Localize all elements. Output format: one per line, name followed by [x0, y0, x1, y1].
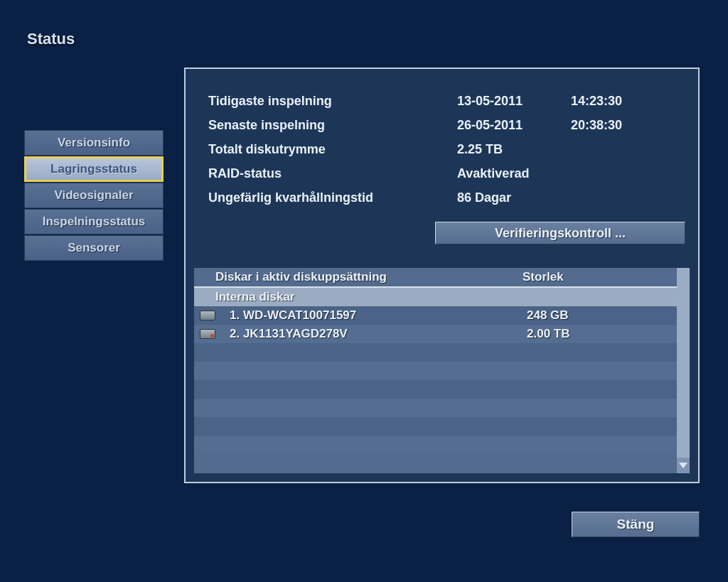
earliest-date: 13-05-2011 [457, 94, 571, 109]
verify-button[interactable]: Verifieringskontroll ... [435, 222, 685, 244]
disk-row[interactable]: 2. JK1131YAGD278V 2.00 TB [194, 325, 677, 343]
sidebar-item-videosignaler[interactable]: Videosignaler [24, 183, 164, 208]
disk-empty-row [194, 362, 677, 380]
page-title: Status [27, 30, 75, 48]
retention-label: Ungefärlig kvarhållningstid [208, 190, 457, 205]
sidebar-item-versionsinfo[interactable]: Versionsinfo [24, 130, 164, 156]
retention-value: 86 Dagar [457, 190, 571, 205]
sidebar-item-sensorer[interactable]: Sensorer [24, 235, 164, 261]
disk-empty-row [194, 436, 677, 454]
info-row-earliest: Tidigaste inspelning 13-05-2011 14:23:30 [208, 89, 675, 113]
disk-section-internal: Interna diskar [194, 288, 677, 306]
disk-empty-row [194, 380, 677, 399]
disk-empty-row [194, 343, 677, 362]
disk-scrollbar[interactable] [677, 268, 690, 473]
disk-table-header: Diskar i aktiv diskuppsättning Storlek [194, 268, 677, 288]
col-header-size: Storlek [523, 270, 677, 284]
total-value: 2.25 TB [457, 142, 571, 157]
info-row-retention: Ungefärlig kvarhållningstid 86 Dagar [208, 185, 675, 210]
disk-table-area: Diskar i aktiv diskuppsättning Storlek I… [194, 268, 690, 473]
disk-row[interactable]: 1. WD-WCAT10071597 248 GB [194, 306, 677, 325]
disk-icon [200, 311, 215, 320]
sidebar-item-lagringsstatus[interactable]: Lagringsstatus [24, 156, 164, 182]
latest-date: 26-05-2011 [457, 118, 571, 133]
info-row-total: Totalt diskutrymme 2.25 TB [208, 137, 675, 161]
info-row-latest: Senaste inspelning 26-05-2011 20:38:30 [208, 113, 675, 137]
raid-value: Avaktiverad [457, 166, 571, 181]
total-label: Totalt diskutrymme [208, 142, 457, 157]
scroll-down-icon[interactable] [677, 458, 690, 473]
latest-label: Senaste inspelning [208, 118, 457, 133]
disk-name: 2. JK1131YAGD278V [230, 327, 527, 341]
earliest-time: 14:23:30 [571, 94, 622, 109]
earliest-label: Tidigaste inspelning [208, 94, 457, 109]
info-row-raid: RAID-status Avaktiverad [208, 161, 675, 185]
sidebar-item-inspelningsstatus[interactable]: Inspelningsstatus [24, 209, 164, 235]
latest-time: 20:38:30 [571, 118, 622, 133]
disk-empty-row [194, 417, 677, 436]
main-panel: Tidigaste inspelning 13-05-2011 14:23:30… [184, 68, 700, 483]
col-header-name: Diskar i aktiv diskuppsättning [215, 270, 523, 284]
raid-label: RAID-status [208, 166, 457, 181]
disk-icon [200, 329, 215, 339]
info-section: Tidigaste inspelning 13-05-2011 14:23:30… [186, 69, 698, 215]
disk-size: 248 GB [527, 308, 677, 323]
sidebar: Versionsinfo Lagringsstatus Videosignale… [24, 130, 164, 262]
disk-table: Diskar i aktiv diskuppsättning Storlek I… [194, 268, 677, 473]
close-button[interactable]: Stäng [572, 512, 700, 537]
disk-size: 2.00 TB [527, 327, 677, 341]
disk-name: 1. WD-WCAT10071597 [230, 308, 527, 323]
disk-empty-row [194, 399, 677, 417]
